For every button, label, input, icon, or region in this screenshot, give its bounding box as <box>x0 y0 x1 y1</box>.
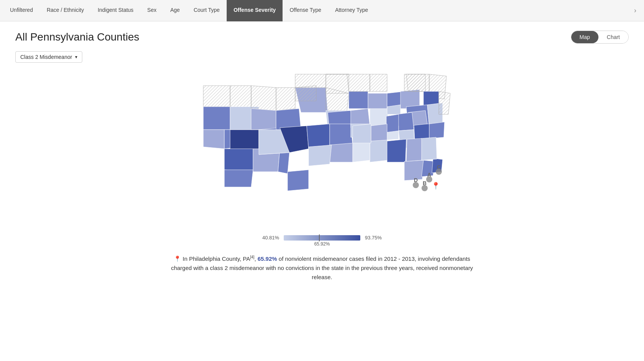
nav-item-attorney-type[interactable]: Attorney Type <box>328 0 375 21</box>
svg-marker-30 <box>370 107 389 126</box>
svg-marker-60 <box>387 139 406 162</box>
svg-marker-1 <box>203 86 230 107</box>
nav-item-unfiltered[interactable]: Unfiltered <box>3 0 40 21</box>
info-text-block: 📍 In Philadelphia County, PA[4], 65.92% … <box>169 254 475 282</box>
svg-marker-49 <box>397 112 414 131</box>
svg-marker-57 <box>330 143 353 162</box>
legend-area: 40.81% 93.75% 65.92% <box>15 235 629 247</box>
info-highlight-percent: 65.92% <box>258 255 277 262</box>
svg-marker-58 <box>309 145 332 166</box>
svg-point-67 <box>436 169 442 175</box>
nav-bar: Unfiltered Race / Ethnicity Indigent Sta… <box>0 0 644 21</box>
legend-bar-row: 40.81% 93.75% <box>262 235 382 241</box>
svg-marker-64 <box>421 137 437 160</box>
dropdown-label: Class 2 Misdemeanor <box>20 54 72 60</box>
svg-text:📍: 📍 <box>432 182 440 190</box>
offense-dropdown[interactable]: Class 2 Misdemeanor ▾ <box>15 51 82 63</box>
location-pin-icon: 📍 <box>174 255 181 262</box>
legend-min-label: 40.81% <box>262 235 279 241</box>
info-location: In Philadelphia County, PA <box>183 255 250 262</box>
svg-marker-54 <box>370 140 388 162</box>
svg-marker-20 <box>295 74 326 88</box>
svg-marker-26 <box>307 124 330 149</box>
svg-marker-8 <box>251 86 276 111</box>
svg-marker-47 <box>414 124 429 139</box>
pennsylvania-map: C A B D 📍 <box>192 70 452 223</box>
legend-max-label: 93.75% <box>365 235 382 241</box>
svg-marker-13 <box>224 170 253 187</box>
view-toggle-group: Map Chart <box>571 31 629 44</box>
svg-marker-4 <box>203 130 224 149</box>
page-header: All Pennsylvania Counties Map Chart <box>15 31 629 44</box>
svg-marker-34 <box>370 74 387 91</box>
svg-marker-10 <box>251 109 276 130</box>
nav-item-court-type[interactable]: Court Type <box>187 0 227 21</box>
main-content: All Pennsylvania Counties Map Chart Clas… <box>0 21 644 291</box>
legend-bar-wrapper <box>284 235 360 241</box>
svg-marker-56 <box>353 124 371 143</box>
svg-marker-9 <box>276 88 295 111</box>
map-container: C A B D 📍 <box>15 70 629 223</box>
svg-marker-19 <box>295 86 316 101</box>
svg-point-73 <box>413 182 419 188</box>
svg-marker-12 <box>224 149 253 172</box>
footnote: [4] <box>250 255 254 259</box>
nav-chevron-right[interactable]: › <box>629 7 641 15</box>
nav-item-race-ethnicity[interactable]: Race / Ethnicity <box>40 0 91 21</box>
svg-marker-3 <box>203 107 230 130</box>
page-title: All Pennsylvania Counties <box>15 31 139 43</box>
map-toggle-button[interactable]: Map <box>571 31 598 43</box>
svg-marker-46 <box>429 122 445 138</box>
nav-item-sex[interactable]: Sex <box>141 0 163 21</box>
svg-marker-40 <box>406 74 429 91</box>
dropdown-arrow-icon: ▾ <box>75 54 77 60</box>
svg-marker-33 <box>347 74 370 91</box>
nav-item-offense-severity[interactable]: Offense Severity <box>227 0 283 21</box>
chart-toggle-button[interactable]: Chart <box>598 31 628 43</box>
legend-mid-label: 65.92% <box>314 241 330 247</box>
nav-item-offense-type[interactable]: Offense Type <box>283 0 328 21</box>
legend-gradient-bar <box>284 235 360 241</box>
legend-tick-mark <box>319 234 320 241</box>
svg-marker-52 <box>386 114 399 132</box>
svg-marker-32 <box>349 91 368 109</box>
svg-marker-45 <box>439 91 450 114</box>
svg-marker-2 <box>230 86 251 109</box>
svg-marker-31 <box>368 93 387 109</box>
svg-marker-65 <box>406 138 422 161</box>
nav-item-indigent-status[interactable]: Indigent Status <box>91 0 140 21</box>
nav-item-age[interactable]: Age <box>163 0 187 21</box>
svg-point-69 <box>426 176 432 182</box>
svg-marker-59 <box>288 170 309 191</box>
svg-point-71 <box>422 185 428 191</box>
svg-marker-55 <box>353 140 370 162</box>
